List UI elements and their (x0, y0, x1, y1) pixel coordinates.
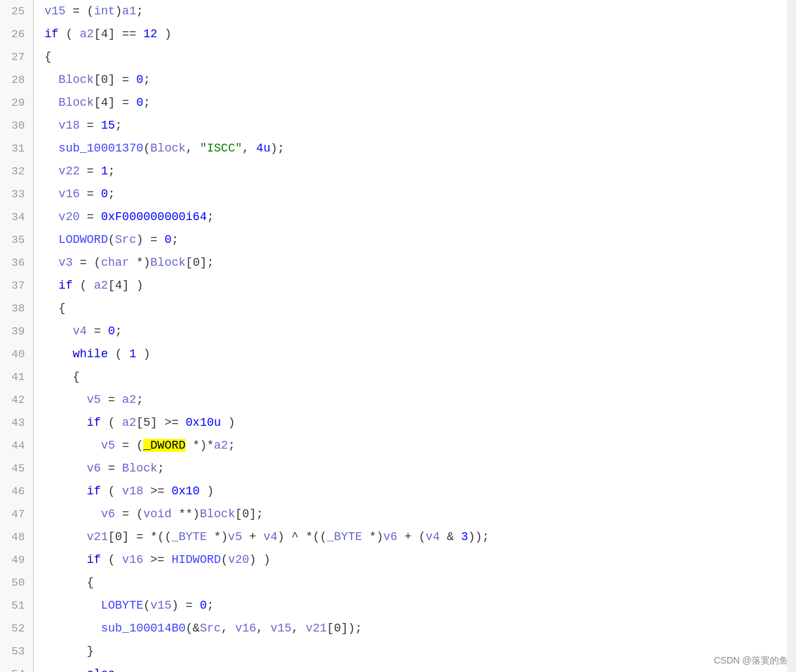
plain-token: (& (186, 622, 200, 635)
variable-token: a2 (122, 393, 137, 406)
plain-token (44, 119, 59, 132)
plain-token (44, 553, 87, 566)
line-number: 52 (0, 617, 34, 640)
line-content: v3 = (char *)Block[0]; (34, 251, 796, 274)
plain-token: ; (108, 165, 115, 178)
number-token: 0x10 (171, 485, 199, 498)
plain-token (44, 210, 59, 223)
line-number: 25 (0, 0, 34, 23)
plain-token (44, 233, 59, 246)
number-token: 1 (129, 347, 137, 360)
number-token: 0xF000000000i64 (101, 210, 207, 223)
variable-token: v21 (87, 530, 108, 543)
line-number: 48 (0, 526, 34, 549)
line-number: 30 (0, 114, 34, 137)
plain-token: { (44, 50, 52, 63)
plain-token: = (80, 165, 101, 178)
line-number: 31 (0, 137, 34, 160)
line-content: } (34, 640, 796, 663)
code-row: 32 v22 = 1; (0, 160, 796, 183)
variable-token: a2 (214, 439, 228, 452)
code-row: 53 } (0, 640, 796, 663)
plain-token: ) (200, 485, 214, 498)
plain-token: ; (108, 187, 115, 200)
code-row: 35 LODWORD(Src) = 0; (0, 229, 796, 251)
plain-token: *) (362, 530, 383, 543)
plain-token: ; (171, 233, 178, 246)
line-number: 33 (0, 183, 34, 206)
variable-token: Src (200, 622, 221, 635)
code-row: 39 v4 = 0; (0, 320, 796, 343)
line-content: { (34, 571, 796, 594)
plain-token: = (87, 325, 108, 338)
code-row: 26if ( a2[4] == 12 ) (0, 23, 796, 46)
variable-token: v4 (263, 530, 278, 543)
line-content: if ( v16 >= HIDWORD(v20) ) (34, 549, 796, 571)
plain-token: = ( (115, 507, 143, 520)
plain-token (44, 530, 87, 543)
line-number: 36 (0, 251, 34, 274)
number-token: 0x10u (186, 416, 221, 429)
variable-token: v6 (87, 462, 101, 475)
line-number: 40 (0, 343, 34, 366)
code-row: 41 { (0, 366, 796, 389)
plain-token: ( (73, 279, 93, 292)
type-token: _BYTE (327, 530, 362, 543)
code-row: 31 sub_10001370(Block, "ISCC", 4u); (0, 137, 796, 160)
line-content: Block[0] = 0; (34, 69, 796, 91)
variable-token: a2 (94, 279, 108, 292)
line-content: if ( v18 >= 0x10 ) (34, 480, 796, 503)
line-content: LOBYTE(v15) = 0; (34, 594, 796, 617)
line-content: v16 = 0; (34, 183, 796, 206)
plain-token: { (44, 302, 65, 315)
plain-token: ( (221, 553, 228, 566)
line-number: 42 (0, 389, 34, 411)
variable-token: Block (122, 462, 158, 475)
plain-token: & (440, 530, 461, 543)
keyword-token: if (59, 279, 73, 292)
code-row: 28 Block[0] = 0; (0, 69, 796, 91)
line-number: 26 (0, 23, 34, 46)
variable-token: v18 (59, 119, 80, 132)
plain-token: ; (115, 325, 122, 338)
plain-token: )); (468, 530, 489, 543)
line-content: v5 = (_DWORD *)*a2; (34, 434, 796, 457)
plain-token: + ( (397, 530, 425, 543)
line-number: 29 (0, 91, 34, 114)
code-row: 40 while ( 1 ) (0, 343, 796, 366)
plain-token: = (80, 119, 101, 132)
code-row: 49 if ( v16 >= HIDWORD(v20) ) (0, 549, 796, 571)
plain-token: >= (143, 485, 171, 498)
line-content: v18 = 15; (34, 114, 796, 137)
line-content: if ( a2[4] ) (34, 274, 796, 297)
scrollbar[interactable] (787, 0, 796, 672)
function-token: sub_10001370 (59, 142, 144, 155)
variable-token: a1 (122, 5, 137, 18)
plain-token (44, 599, 101, 612)
code-row: 44 v5 = (_DWORD *)*a2; (0, 434, 796, 457)
variable-token: Block (150, 256, 186, 269)
code-row: 25v15 = (int)a1; (0, 0, 796, 23)
plain-token: ) ) (249, 553, 270, 566)
plain-token (44, 142, 59, 155)
variable-token: v4 (73, 325, 87, 338)
number-token: 15 (101, 119, 115, 132)
plain-token: = (80, 187, 101, 200)
plain-token (44, 462, 87, 475)
plain-token: [0] = (94, 73, 137, 86)
variable-token: v4 (425, 530, 440, 543)
type-token: int (94, 5, 115, 18)
code-row: 45 v6 = Block; (0, 457, 796, 480)
plain-token: ; (136, 393, 143, 406)
variable-token: Src (115, 233, 136, 246)
line-content: while ( 1 ) (34, 343, 796, 366)
number-token: 0 (108, 325, 115, 338)
plain-token: ) = (171, 599, 199, 612)
variable-token: v20 (59, 210, 80, 223)
variable-token: v21 (306, 622, 327, 635)
line-content: v22 = 1; (34, 160, 796, 183)
line-content: else (34, 663, 796, 672)
function-token: LODWORD (59, 233, 108, 246)
line-number: 44 (0, 434, 34, 457)
code-editor: 25v15 = (int)a1;26if ( a2[4] == 12 )27{2… (0, 0, 796, 672)
